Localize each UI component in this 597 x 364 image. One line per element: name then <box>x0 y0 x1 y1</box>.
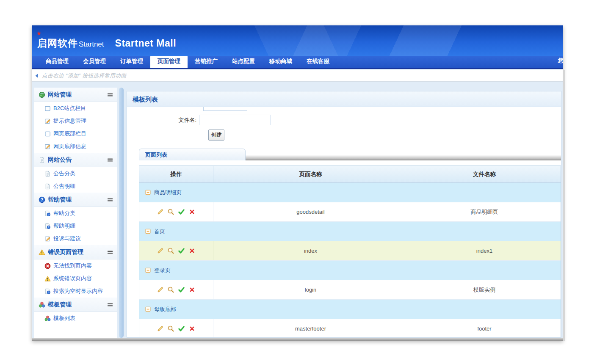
table-body: 商品明细页goodsdetail商品明细页首页indexindex1登录页log… <box>139 183 561 338</box>
file-name-cell: footer <box>408 319 561 338</box>
nav-tab[interactable]: 营销推广 <box>188 56 225 68</box>
pencil-icon[interactable] <box>157 286 164 293</box>
nav-tab[interactable]: 会员管理 <box>76 56 113 68</box>
check-icon[interactable] <box>178 208 185 215</box>
tab-page-list[interactable]: 页面列表 <box>139 149 246 160</box>
delete-icon[interactable] <box>188 208 196 215</box>
sidebar-item[interactable]: ?搜索为空时显示内容 <box>34 285 117 298</box>
sidebar-item[interactable]: 提示信息管理 <box>34 115 117 127</box>
sidebar-section-header[interactable]: ?帮助管理 <box>34 193 117 207</box>
filename-input[interactable] <box>199 115 271 125</box>
nav-tabs: 商品管理会员管理订单管理页面管理营销推广站点配置移动商城在线客服 <box>39 56 337 68</box>
sidebar-item[interactable]: 公告明细 <box>34 180 117 193</box>
check-icon[interactable] <box>178 325 185 332</box>
box-icon <box>44 105 51 112</box>
sidebar-item[interactable]: ?帮助明细 <box>34 220 117 232</box>
sidebar-item[interactable]: 网页底部栏目 <box>34 127 117 140</box>
main-nav: 商品管理会员管理订单管理页面管理营销推广站点配置移动商城在线客服 您好 <box>32 56 563 69</box>
sidebar-section-header[interactable]: 错误页面管理 <box>34 245 117 259</box>
hamburger-icon[interactable] <box>107 157 113 163</box>
row-actions <box>139 202 213 221</box>
sidebar-scrollbar[interactable] <box>119 88 124 338</box>
collapse-left-icon[interactable] <box>35 73 39 78</box>
column-header: 页面名称 <box>213 166 408 182</box>
sidebar-section-header[interactable]: 网站公告 <box>34 153 117 167</box>
sidebar-item-label: 模板列表 <box>53 314 75 322</box>
sidebar-item[interactable]: ?帮助分类 <box>34 207 117 220</box>
hamburger-icon[interactable] <box>107 91 113 98</box>
filename-form-row: 文件名: <box>127 115 561 126</box>
file-name-cell: 商品明细页 <box>408 202 561 221</box>
sidebar-section-header[interactable]: 模板管理 <box>34 298 117 312</box>
sidebar-section-title: 帮助管理 <box>48 196 107 204</box>
hint-bar: 点击右边 “添加” 按钮选择常用功能 <box>32 70 563 82</box>
sidebar-item[interactable]: 无法找到页内容 <box>34 259 117 272</box>
sidebar-item-label: 网页底部栏目 <box>53 130 86 138</box>
page-name-cell: login <box>213 280 408 299</box>
hamburger-icon[interactable] <box>107 196 113 203</box>
sidebar-item[interactable]: 网页底部信息 <box>34 140 117 153</box>
group-row[interactable]: 登录页 <box>139 261 561 280</box>
sidebar-item-label: 网页底部信息 <box>53 143 86 150</box>
create-button[interactable]: 创建 <box>208 130 224 141</box>
user-greeting: 您好 <box>558 57 563 64</box>
brand-logo: 启网软件 Startnet Startnet Mall <box>37 37 176 50</box>
row-actions <box>139 241 213 260</box>
sidebar-section-title: 模板管理 <box>48 301 107 309</box>
pencil-icon[interactable] <box>157 208 164 215</box>
check-icon[interactable] <box>178 247 185 254</box>
magnifier-icon[interactable] <box>167 286 174 293</box>
blocks-icon <box>44 315 51 322</box>
sidebar-section-header[interactable]: 网站管理 <box>34 88 117 102</box>
window-bottom-shadow <box>32 338 563 341</box>
nav-tab[interactable]: 在线客服 <box>299 56 337 68</box>
delete-icon[interactable] <box>188 247 196 254</box>
sidebar-item[interactable]: 投诉与建议 <box>34 232 117 245</box>
check-icon[interactable] <box>178 286 185 293</box>
clipped-input[interactable] <box>203 107 247 111</box>
content-area: 网站管理B2C站点栏目提示信息管理网页底部栏目网页底部信息网站公告公告分类公告明… <box>32 82 563 341</box>
nav-tab[interactable]: 移动商城 <box>262 56 299 68</box>
column-header: 文件名称 <box>408 166 561 182</box>
collapse-icon[interactable] <box>145 190 151 195</box>
main-panel: 模板列表 文件名: 创建 页面列表 操作页面名称文件名称 商品明细页goodsd… <box>127 91 561 338</box>
nav-tab[interactable]: 站点配置 <box>225 56 262 68</box>
column-header: 操作 <box>139 166 213 182</box>
pencil-icon[interactable] <box>157 247 164 254</box>
warning-icon <box>39 249 45 256</box>
nav-tab[interactable]: 商品管理 <box>39 56 76 68</box>
sidebar-item-label: B2C站点栏目 <box>53 105 86 112</box>
group-row[interactable]: 母版底部 <box>139 300 561 319</box>
pencil-icon[interactable] <box>157 325 164 332</box>
sidebar-item[interactable]: 模板列表 <box>34 312 117 325</box>
hamburger-icon[interactable] <box>107 249 113 256</box>
sidebar-item[interactable]: B2C站点栏目 <box>34 102 117 115</box>
sidebar-item[interactable]: 公告分类 <box>34 167 117 180</box>
edit-icon <box>44 236 51 242</box>
group-row[interactable]: 商品明细页 <box>139 183 561 202</box>
collapse-icon[interactable] <box>145 267 151 273</box>
error-icon <box>44 263 51 269</box>
window-scrollbar[interactable] <box>563 70 565 341</box>
table-row: goodsdetail商品明细页 <box>139 202 561 222</box>
doc-icon <box>39 157 45 163</box>
delete-icon[interactable] <box>188 286 196 293</box>
nav-tab[interactable]: 页面管理 <box>150 56 188 68</box>
magnifier-icon[interactable] <box>167 208 174 215</box>
hint-text: 点击右边 “添加” 按钮选择常用功能 <box>42 72 126 80</box>
sidebar-item[interactable]: 系统错误页内容 <box>34 272 117 285</box>
page-title: 模板列表 <box>127 91 561 107</box>
nav-tab[interactable]: 订单管理 <box>113 56 150 68</box>
sidebar: 网站管理B2C站点栏目提示信息管理网页底部栏目网页底部信息网站公告公告分类公告明… <box>34 88 117 338</box>
group-row[interactable]: 首页 <box>139 222 561 241</box>
delete-icon[interactable] <box>188 325 196 332</box>
magnifier-icon[interactable] <box>167 325 174 332</box>
globe-icon <box>39 91 45 98</box>
collapse-icon[interactable] <box>145 306 151 312</box>
collapse-icon[interactable] <box>145 229 151 234</box>
logo-chinese: 启网软件 <box>37 37 78 50</box>
hamburger-icon[interactable] <box>107 301 113 308</box>
magnifier-icon[interactable] <box>167 247 174 254</box>
doc-help-icon: ? <box>44 223 51 229</box>
sidebar-section-title: 网站管理 <box>48 91 107 99</box>
